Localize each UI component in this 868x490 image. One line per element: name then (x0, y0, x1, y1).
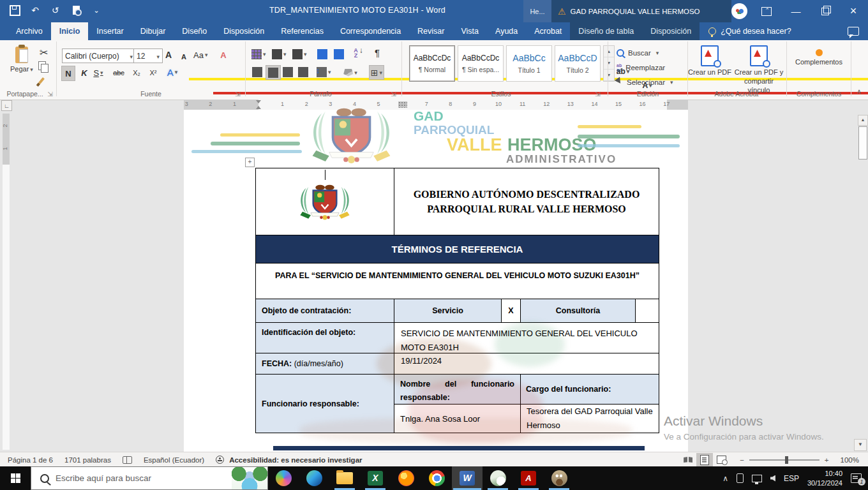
language-indicator[interactable]: Español (Ecuador) (144, 456, 204, 464)
line-spacing-button[interactable] (317, 65, 331, 78)
zoom-out-button[interactable]: − (740, 456, 744, 464)
tray-volume-muted-icon[interactable] (770, 475, 775, 482)
align-center-button[interactable] (266, 65, 281, 80)
font-size-combo[interactable]: 12 (133, 48, 163, 63)
scrollbar-down-button[interactable]: ▼ (854, 439, 867, 451)
clipboard-dialog-launcher[interactable] (46, 90, 54, 98)
tab-disposicion[interactable]: Disposición (215, 22, 273, 40)
styles-dialog-launcher[interactable] (594, 90, 602, 98)
font-dialog-launcher[interactable] (234, 90, 242, 98)
tab-archivo[interactable]: Archivo (8, 22, 51, 40)
tab-referencias[interactable]: Referencias (273, 22, 332, 40)
cell-servicio[interactable]: Servicio (394, 299, 502, 323)
avatar[interactable] (731, 3, 747, 19)
ribbon-display-options-button[interactable] (752, 0, 781, 22)
start-button[interactable] (0, 466, 31, 490)
zoom-slider-thumb[interactable] (785, 456, 788, 464)
multilevel-list-button[interactable] (292, 47, 307, 61)
tab-ayuda[interactable]: Ayuda (487, 22, 526, 40)
search-widget-image[interactable] (232, 467, 267, 489)
notification-center-icon[interactable]: 1 (851, 473, 862, 483)
cell-fecha-value[interactable]: 19/11/2024 (394, 353, 659, 375)
taskbar-word[interactable]: W (452, 466, 483, 490)
style-sin-espaciado[interactable]: AaBbCcDc¶ Sin espa... (458, 45, 504, 82)
style-titulo-2[interactable]: AaBbCcDTítulo 2 (555, 45, 601, 82)
style-titulo-1[interactable]: AaBbCcTítulo 1 (506, 45, 552, 82)
tray-phone-icon[interactable] (737, 473, 744, 483)
font-name-combo[interactable]: Calibri (Cuerpo) (62, 48, 136, 63)
italic-button[interactable]: K (78, 66, 91, 80)
format-painter-button[interactable] (40, 77, 43, 84)
cell-identificacion-label[interactable]: Identificación del objeto: (255, 322, 394, 353)
tab-disposicion-tabla[interactable]: Disposición (642, 22, 700, 40)
read-mode-button[interactable] (680, 453, 696, 466)
tab-revisar[interactable]: Revisar (409, 22, 453, 40)
clear-formatting-button[interactable]: A (217, 48, 230, 62)
cell-cargo-label[interactable]: Cargo del funcionario: (520, 374, 659, 405)
paragraph-dialog-launcher[interactable] (389, 90, 398, 98)
numbering-button[interactable] (272, 47, 287, 61)
taskbar-chrome-profile[interactable] (483, 466, 513, 490)
style-normal[interactable]: AaBbCcDc¶ Normal (409, 45, 455, 82)
copy-button[interactable] (38, 61, 46, 70)
accessibility-status[interactable]: Accesibilidad: es necesario investigar (229, 456, 362, 464)
hanging-indent-marker[interactable] (256, 103, 261, 109)
minimize-button[interactable]: — (781, 0, 811, 22)
cell-consultoria-mark[interactable] (635, 299, 659, 323)
web-layout-button[interactable] (713, 453, 730, 466)
taskbar-explorer[interactable] (329, 466, 360, 490)
tray-clock[interactable]: 10:40 30/12/2024 (807, 469, 842, 487)
row-table-title[interactable]: TÉRMINOS DE REFERENCIA (255, 235, 659, 264)
cell-servicio-mark[interactable]: X (501, 299, 521, 323)
collapse-ribbon-button[interactable]: ∧ (857, 87, 862, 96)
cell-funcionario-label[interactable]: Funcionario responsable: (255, 374, 394, 433)
comments-icon[interactable] (848, 27, 859, 36)
shading-button[interactable] (343, 66, 357, 79)
tray-language[interactable]: ESP (784, 474, 799, 483)
taskbar-edge[interactable] (299, 466, 329, 490)
find-button[interactable]: Buscar (617, 46, 659, 60)
addins-button[interactable]: Complementos (791, 49, 846, 66)
styles-more-button[interactable]: ▼ (604, 70, 614, 81)
word-count[interactable]: 1701 palabras (64, 456, 111, 464)
tab-insertar[interactable]: Insertar (88, 22, 131, 40)
bullets-button[interactable] (251, 47, 266, 61)
sort-button[interactable]: AZ (351, 46, 365, 59)
cell-objeto-label[interactable]: Objeto de contratación: (255, 299, 394, 323)
tab-diseno[interactable]: Diseño (174, 22, 215, 40)
align-right-button[interactable] (281, 65, 295, 78)
cell-fecha-label[interactable]: FECHA: (día/mes/año) (255, 353, 394, 375)
zoom-level[interactable]: 100% (841, 456, 859, 464)
subscript-button[interactable]: X₂ (130, 66, 143, 80)
increase-indent-button[interactable] (332, 47, 346, 61)
cut-button[interactable]: ✂ (40, 47, 48, 59)
restore-button[interactable] (811, 0, 840, 22)
taskbar-copilot[interactable] (268, 466, 299, 490)
print-layout-button[interactable] (696, 453, 713, 466)
scrollbar-thumb[interactable] (858, 126, 867, 160)
grow-font-button[interactable]: A (162, 48, 175, 62)
styles-scroll-down[interactable]: ▼ (604, 57, 614, 69)
tab-vista[interactable]: Vista (453, 22, 487, 40)
taskbar-acrobat[interactable]: A (513, 466, 544, 490)
underline-button[interactable]: S (92, 66, 105, 80)
close-button[interactable]: × (839, 0, 868, 22)
taskbar-firefox[interactable] (391, 466, 421, 490)
cell-org-title[interactable]: GOBIERNO AUTÓNOMO DESCENTRALIZADO PARROQ… (394, 168, 659, 235)
accessibility-icon[interactable] (216, 456, 224, 464)
tab-correspondencia[interactable]: Correspondencia (332, 22, 409, 40)
cell-cargo-value[interactable]: Tesorera del GAD Parroquial Valle Hermos… (520, 404, 659, 433)
tab-acrobat[interactable]: Acrobat (526, 22, 570, 40)
taskbar-chrome[interactable] (421, 466, 452, 490)
taskbar-search[interactable]: Escribe aquí para buscar (31, 466, 268, 490)
row-subject[interactable]: PARA EL “SERVICIO DE MANTENMIMIENTO GENE… (255, 263, 659, 299)
tab-dibujar[interactable]: Dibujar (132, 22, 174, 40)
superscript-button[interactable]: X² (147, 66, 160, 80)
shrink-font-button[interactable]: A (177, 50, 190, 64)
zoom-in-button[interactable]: + (825, 456, 829, 464)
align-left-button[interactable] (250, 65, 264, 78)
create-pdf-share-button[interactable]: Crear un PDF y compartir vínculo (733, 45, 785, 94)
paste-button[interactable]: Pegar (10, 47, 33, 73)
cell-consultoria[interactable]: Consultoría (520, 299, 636, 323)
tab-inicio[interactable]: Inicio (51, 22, 89, 40)
